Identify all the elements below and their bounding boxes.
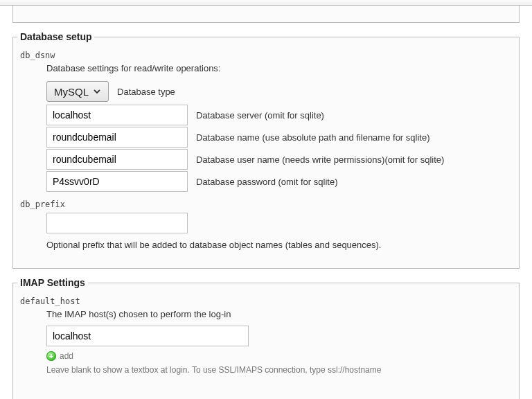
db-name-input[interactable]	[46, 127, 188, 148]
imap-settings-panel: IMAP Settings default_host The IMAP host…	[12, 277, 520, 399]
add-host-label: add	[60, 351, 73, 361]
database-setup-panel: Database setup db_dsnw Database settings…	[12, 31, 520, 269]
database-setup-legend: Database setup	[17, 31, 94, 42]
default-host-input[interactable]	[46, 326, 249, 346]
db-type-selected-value: MySQL	[54, 86, 89, 98]
db-user-label: Database user name (needs write permissi…	[196, 154, 444, 165]
window-top-border	[0, 0, 532, 6]
plus-icon: +	[46, 351, 56, 361]
default-host-hint: Leave blank to show a textbox at login. …	[46, 365, 519, 375]
db-user-input[interactable]	[46, 149, 188, 170]
chevron-down-icon	[93, 87, 101, 96]
param-default-host: default_host	[20, 296, 519, 306]
db-prefix-hint: Optional prefix that will be added to da…	[46, 240, 519, 250]
db-type-select[interactable]: MySQL	[46, 81, 109, 102]
db-server-input[interactable]	[46, 105, 188, 125]
default-host-description: The IMAP host(s) chosen to perform the l…	[46, 309, 519, 319]
param-db-dsnw: db_dsnw	[20, 51, 519, 60]
db-dsnw-description: Database settings for read/write operati…	[46, 63, 519, 73]
db-password-label: Database password (omit for sqlite)	[196, 177, 337, 187]
db-server-label: Database server (omit for sqlite)	[196, 110, 324, 121]
db-password-input[interactable]	[46, 171, 188, 192]
param-db-prefix: db_prefix	[20, 200, 519, 209]
imap-settings-legend: IMAP Settings	[17, 277, 88, 288]
db-prefix-input[interactable]	[46, 213, 188, 233]
previous-section-bottom	[12, 6, 520, 23]
db-type-label: Database type	[117, 87, 175, 97]
db-name-label: Database name (use absolute path and fil…	[196, 132, 429, 143]
add-host-link[interactable]: + add	[46, 351, 73, 361]
